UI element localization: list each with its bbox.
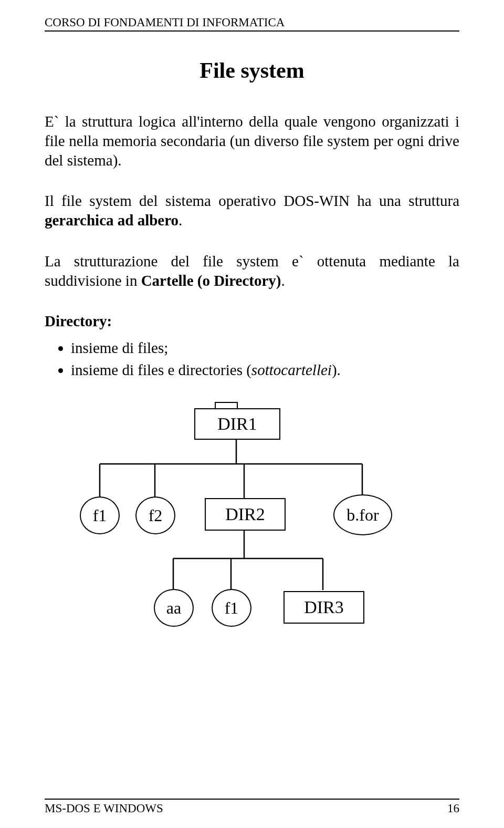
b2-b: sottocartellei [251, 361, 332, 378]
directory-heading: Directory: [45, 312, 459, 331]
page-footer: MS-DOS E WINDOWS 16 [45, 799, 459, 815]
footer-right: 16 [447, 802, 459, 815]
p2-text-c: . [178, 212, 182, 229]
node-aa: aa [154, 589, 194, 627]
bullet-1: insieme di files; [71, 338, 459, 358]
p2-text-a: Il file system del sistema operativo DOS… [45, 192, 459, 209]
node-dir1: DIR1 [194, 408, 280, 440]
node-dir2: DIR2 [205, 498, 286, 531]
node-f2: f2 [135, 496, 175, 534]
paragraph-1: E` la struttura logica all'interno della… [45, 112, 459, 170]
directory-bullets: insieme di files; insieme di files e dir… [45, 338, 459, 380]
bullet-2: insieme di files e directories (sottocar… [71, 360, 459, 380]
tree-diagram: DIR1 f1 f2 DIR2 b.for aa f1 DIR3 [47, 396, 457, 643]
b2-c: ). [332, 361, 341, 378]
p3-text-b: Cartelle (o Directory) [141, 272, 281, 289]
footer-left: MS-DOS E WINDOWS [45, 802, 163, 815]
b2-a: insieme di files e directories ( [71, 361, 251, 378]
node-f1-bottom: f1 [212, 589, 251, 627]
p3-text-c: . [281, 272, 285, 289]
paragraph-3: La strutturazione del file system e` ott… [45, 252, 459, 291]
node-f1-top: f1 [80, 496, 120, 534]
page-title: File system [45, 58, 459, 83]
paragraph-2: Il file system del sistema operativo DOS… [45, 191, 459, 230]
p2-text-b: gerarchica ad albero [45, 212, 178, 229]
course-header: CORSO DI FONDAMENTI DI INFORMATICA [45, 16, 459, 32]
node-dir3: DIR3 [284, 591, 364, 624]
node-bfor: b.for [333, 494, 392, 535]
